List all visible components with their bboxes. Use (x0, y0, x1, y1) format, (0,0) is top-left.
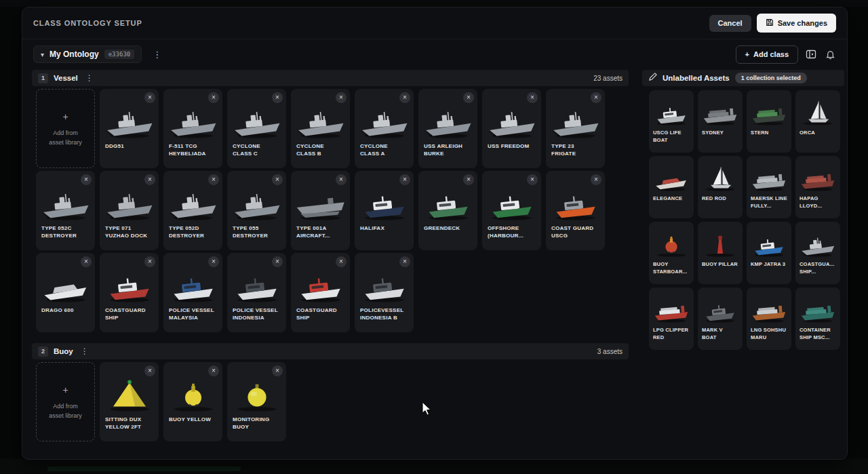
remove-asset-button[interactable]: × (272, 366, 283, 376)
remove-asset-button[interactable]: × (144, 92, 155, 103)
remove-asset-button[interactable]: × (399, 92, 410, 103)
unlabelled-asset-card[interactable]: STERN (747, 90, 791, 153)
class-index-badge: 2 (38, 347, 48, 357)
add-from-library-label: Add from asset library (45, 129, 86, 147)
ontology-toolbar: ▾ My Ontology e33630 ⋮ + Add class (33, 44, 836, 64)
unlabelled-asset-card[interactable]: ELEGANCE (649, 156, 694, 218)
screen: CLASS ONTOLOGY SETUP Cancel Save changes (0, 0, 868, 474)
remove-asset-button[interactable]: × (144, 174, 155, 185)
add-from-library-card[interactable]: +Add from asset library (36, 362, 95, 441)
unlabelled-asset-card[interactable]: BUOY STARBOAR... (649, 222, 694, 284)
unlabelled-asset-card[interactable]: USCG LIFE BOAT (649, 90, 694, 153)
asset-card[interactable]: USS ARLEIGH BURKE× (418, 89, 477, 168)
unlabelled-asset-card[interactable]: COASTGUA... SHIP... (795, 222, 840, 284)
panel-toggle-icon[interactable] (805, 48, 817, 60)
cancel-button[interactable]: Cancel (709, 15, 751, 32)
asset-card[interactable]: CYCLONE CLASS A× (355, 89, 414, 168)
remove-asset-button[interactable]: × (272, 92, 283, 103)
unlabelled-asset-card[interactable]: LNG SOHSHU MARU (747, 288, 791, 350)
asset-card[interactable]: TYPE 052C DESTROYER× (36, 171, 95, 250)
asset-thumbnail (649, 156, 694, 193)
asset-thumbnail (795, 156, 840, 193)
asset-card[interactable]: DDG51× (100, 89, 159, 168)
unlabelled-asset-card[interactable]: HAPAG LLOYD... (795, 156, 840, 218)
asset-label: POLICE VESSEL MALAYSIA (163, 304, 222, 321)
remove-asset-button[interactable]: × (208, 366, 219, 376)
asset-card[interactable]: DRAGO 600× (36, 253, 95, 332)
dialog-header: CLASS ONTOLOGY SETUP Cancel Save changes (22, 7, 847, 39)
remove-asset-button[interactable]: × (463, 174, 474, 185)
asset-card[interactable]: COASTGUARD SHIP SINGAPORE A× (291, 253, 350, 332)
asset-card[interactable]: COASTGUARD SHIP SINGAPORE B× (100, 253, 159, 332)
asset-label: MONITORING BUOY (227, 414, 286, 431)
unlabelled-asset-card[interactable]: LPG CLIPPER RED (649, 288, 694, 350)
asset-label: USS FREEDOM (482, 140, 541, 150)
remove-asset-button[interactable]: × (144, 256, 155, 267)
asset-label: LPG CLIPPER RED (649, 325, 694, 342)
remove-asset-button[interactable]: × (463, 92, 474, 103)
class-menu-icon[interactable]: ⋮ (83, 73, 96, 83)
asset-card[interactable]: COAST GUARD USCG× (546, 171, 605, 250)
asset-card[interactable]: OFFSHORE (HARBOUR...× (482, 171, 541, 250)
remove-asset-button[interactable]: × (144, 366, 155, 376)
remove-asset-button[interactable]: × (272, 174, 283, 185)
asset-card[interactable]: POLICE VESSEL MALAYSIA× (163, 253, 222, 332)
add-class-button[interactable]: + Add class (736, 45, 798, 64)
asset-card[interactable]: BUOY YELLOW× (163, 362, 222, 441)
asset-card[interactable]: POLICE VESSEL INDONESIA× (227, 253, 286, 332)
remove-asset-button[interactable]: × (208, 256, 219, 267)
remove-asset-button[interactable]: × (81, 174, 92, 185)
unlabelled-asset-card[interactable]: MARK V BOAT (698, 288, 743, 350)
asset-card[interactable]: USS FREEDOM× (482, 89, 541, 168)
asset-card[interactable]: SITTING DUX YELLOW 2FT× (100, 362, 159, 441)
asset-label: BUOY YELLOW (163, 414, 222, 423)
asset-label: DRAGO 600 (36, 304, 95, 314)
remove-asset-button[interactable]: × (527, 174, 538, 185)
remove-asset-button[interactable]: × (591, 174, 601, 185)
ontology-menu-icon[interactable]: ⋮ (149, 48, 165, 61)
remove-asset-button[interactable]: × (399, 174, 410, 185)
save-changes-button[interactable]: Save changes (757, 14, 836, 33)
asset-card[interactable]: TYPE 052D DESTROYER× (163, 171, 222, 250)
asset-card[interactable]: POLICEVESSEL INDONESIA B× (355, 253, 414, 332)
class-section: 2Buoy⋮3 assets+Add from asset librarySIT… (32, 343, 629, 441)
remove-asset-button[interactable]: × (591, 92, 601, 103)
chevron-down-icon: ▾ (41, 51, 44, 58)
asset-card[interactable]: TYPE 23 FRIGATE× (546, 89, 605, 168)
unlabelled-asset-card[interactable]: KMP JATRA 3 (747, 222, 791, 284)
remove-asset-button[interactable]: × (336, 92, 347, 103)
unlabelled-asset-card[interactable]: RED ROD (698, 156, 743, 218)
asset-card[interactable]: F-511 TCG HEYBELIADA× (163, 89, 222, 168)
collection-selected-badge: 1 collection selected (735, 73, 807, 83)
remove-asset-button[interactable]: × (208, 174, 219, 185)
asset-card[interactable]: TYPE 071 YUZHAO DOCK CLOSED× (100, 171, 159, 250)
remove-asset-button[interactable]: × (208, 92, 219, 103)
asset-thumbnail (649, 222, 694, 259)
asset-card[interactable]: CYCLONE CLASS B× (291, 89, 350, 168)
unlabelled-asset-card[interactable]: SYDNEY (698, 90, 743, 153)
save-button-label: Save changes (778, 20, 827, 27)
remove-asset-button[interactable]: × (527, 92, 538, 103)
asset-card[interactable]: CYCLONE CLASS C× (227, 89, 286, 168)
unlabelled-asset-card[interactable]: BUOY PILLAR (698, 222, 743, 284)
unlabelled-asset-card[interactable]: MAERSK LINE FULLY... (747, 156, 791, 218)
asset-card[interactable]: HALIFAX× (355, 171, 414, 250)
bell-icon[interactable] (824, 48, 836, 60)
remove-asset-button[interactable]: × (81, 256, 92, 267)
remove-asset-button[interactable]: × (272, 256, 283, 267)
remove-asset-button[interactable]: × (336, 174, 347, 185)
add-from-library-card[interactable]: +Add from asset library (36, 89, 95, 168)
unlabelled-asset-card[interactable]: ORCA (795, 90, 840, 153)
unlabelled-asset-card[interactable]: CONTAINER SHIP MSC... (795, 288, 840, 350)
class-section: 1Vessel⋮23 assets+Add from asset library… (32, 70, 629, 332)
asset-label: POLICEVESSEL INDONESIA B (355, 304, 414, 321)
asset-card[interactable]: MONITORING BUOY× (227, 362, 286, 441)
asset-card[interactable]: TYPE 055 DESTROYER× (227, 171, 286, 250)
asset-card[interactable]: TYPE 001A AIRCRAFT...× (291, 171, 350, 250)
asset-thumbnail (649, 288, 694, 325)
class-menu-icon[interactable]: ⋮ (79, 347, 91, 356)
asset-card[interactable]: GREENDECK× (418, 171, 477, 250)
remove-asset-button[interactable]: × (399, 256, 410, 267)
ontology-selector[interactable]: ▾ My Ontology e33630 (33, 45, 142, 63)
remove-asset-button[interactable]: × (336, 256, 347, 267)
